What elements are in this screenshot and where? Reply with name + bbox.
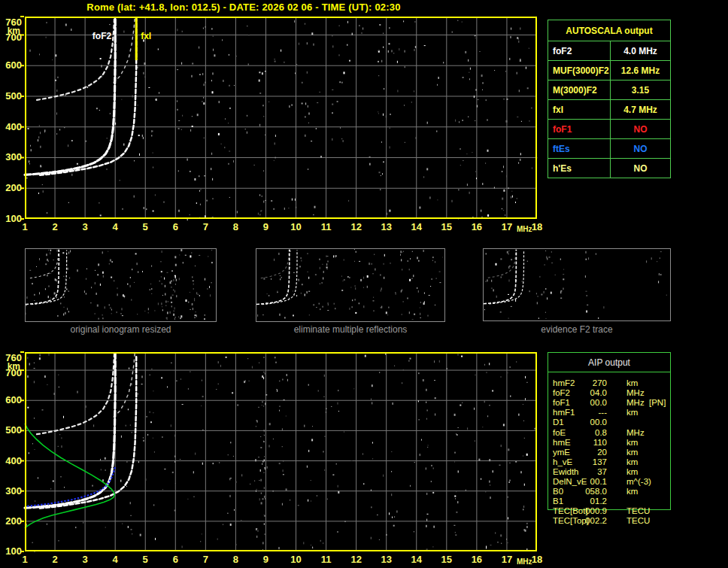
autoscala-row-label: foF1 — [548, 120, 611, 138]
autoscala-row-value: 4.7 MHz — [611, 100, 670, 119]
autoscala-row-value: 12.6 MHz — [611, 61, 670, 80]
y-axis-unit-label: km — [0, 362, 20, 371]
thumbnail-caption: eliminate multiple reflections — [256, 325, 445, 335]
x-axis-label: 11 — [317, 222, 336, 232]
aip-row-value: 270 — [578, 378, 607, 388]
aip-row: TEC[Top]002.2TECU — [548, 516, 672, 526]
thumbnail-canvas — [484, 249, 669, 319]
x-axis-label: 12 — [347, 222, 366, 232]
autoscala-app-window: Rome (lat: +41.8, lon: 012.5) - DATE: 20… — [0, 0, 728, 568]
x-axis-label: 1 — [15, 222, 35, 232]
bottom-profile-plot — [25, 352, 537, 551]
y-axis-label: 300 — [0, 152, 22, 162]
y-axis-label: 600 — [0, 395, 22, 405]
autoscala-row-value: NO — [611, 120, 670, 138]
aip-row-value: 00.1 — [578, 477, 607, 487]
aip-row-unit: km — [626, 448, 638, 457]
aip-output-table: AIP output hmF2270kmfoF204.0MHzfoF100.0M… — [548, 352, 671, 510]
x-axis-label: 7 — [196, 554, 215, 564]
fxI-marker-label: fxI — [141, 31, 151, 41]
x-axis-label: 13 — [377, 554, 396, 564]
x-axis-label: 4 — [105, 222, 125, 232]
aip-row-unit: MHz — [626, 388, 645, 398]
aip-row-value: 37 — [578, 467, 607, 477]
autoscala-row: ftEsNO — [548, 138, 670, 158]
autoscala-row-label: h'Es — [548, 159, 611, 178]
ionogram-canvas — [25, 352, 537, 551]
x-axis-unit-label: MHz — [513, 225, 535, 233]
y-axis-label: 500 — [0, 425, 22, 435]
x-axis-label: 15 — [437, 222, 457, 232]
x-axis-label: 5 — [135, 554, 155, 564]
autoscala-row: fxI4.7 MHz — [548, 99, 670, 119]
aip-row-label: h_vE — [553, 457, 572, 467]
x-axis-label: 9 — [256, 554, 275, 564]
aip-row: hmF1---km — [548, 408, 672, 418]
aip-row-label: ymE — [553, 448, 570, 457]
aip-row-value: 20 — [578, 448, 607, 457]
x-axis-label: 10 — [287, 554, 306, 564]
aip-row: DelN_vE00.1m^(-3) — [548, 477, 672, 487]
aip-row-label: D1 — [553, 418, 564, 427]
autoscala-row: foF24.0 MHz — [548, 41, 670, 60]
aip-row: hmE110km — [548, 438, 672, 448]
autoscala-row-label: M(3000)F2 — [548, 80, 611, 99]
y-axis-label: 400 — [0, 456, 22, 466]
aip-row: D100.0 — [548, 418, 672, 427]
autoscala-output-table: AUTOSCALA output foF24.0 MHzMUF(3000)F21… — [548, 20, 671, 178]
aip-row-label: B0 — [553, 487, 563, 497]
autoscala-row-value: 4.0 MHz — [611, 41, 670, 60]
aip-row-label: hmE — [553, 438, 571, 448]
aip-row: foF100.0MHz[PN] — [548, 398, 672, 408]
y-axis-label: 600 — [0, 60, 22, 70]
x-axis-label: 16 — [467, 222, 487, 232]
aip-row-unit: km — [626, 378, 638, 388]
x-axis-label: 5 — [135, 222, 155, 232]
aip-row-label: foE — [553, 428, 566, 438]
autoscala-row-label: MUF(3000)F2 — [548, 61, 611, 80]
aip-row-value: 000.9 — [578, 506, 607, 516]
y-axis-label: 200 — [0, 516, 22, 526]
aip-row: TEC[Bot]000.9TECU — [548, 506, 672, 516]
aip-row: ymE20km — [548, 448, 672, 457]
x-axis-label: 4 — [105, 554, 125, 564]
aip-row-label: hmF1 — [553, 408, 575, 418]
thumbnail-canvas — [256, 249, 443, 320]
aip-row: hmF2270km — [548, 378, 672, 388]
aip-row-label: hmF2 — [553, 378, 575, 388]
x-axis-label: 1 — [15, 554, 35, 564]
x-axis-label: 13 — [377, 222, 396, 232]
thumbnail-eliminate-reflections — [256, 248, 445, 322]
aip-row-unit: km — [626, 408, 638, 418]
autoscala-row: foF1NO — [548, 119, 670, 138]
aip-row-unit: TECU — [626, 516, 650, 526]
aip-row-unit: MHz — [626, 428, 645, 438]
aip-row-label: B1 — [553, 497, 563, 506]
aip-row: h_vE137km — [548, 457, 672, 467]
aip-table-title: AIP output — [548, 353, 670, 372]
aip-row-value: 137 — [578, 457, 607, 467]
aip-row-unit: km — [626, 457, 638, 467]
aip-row-unit: MHz — [626, 398, 645, 408]
aip-row: B101.2 — [548, 497, 672, 506]
x-axis-label: 6 — [165, 554, 185, 564]
x-axis-label: 9 — [256, 222, 275, 232]
autoscala-row: h'EsNO — [548, 158, 670, 178]
x-axis-label: 16 — [467, 554, 487, 564]
aip-row-value: 110 — [578, 438, 607, 448]
x-axis-label: 15 — [437, 554, 457, 564]
x-axis-label: 11 — [317, 554, 336, 564]
x-axis-label: 8 — [226, 222, 245, 232]
aip-row-unit: km — [626, 438, 638, 448]
ionogram-canvas: foF2fxI — [25, 17, 537, 219]
autoscala-row-value: NO — [611, 159, 670, 178]
y-axis-label: 400 — [0, 122, 22, 132]
thumbnail-original-ionogram — [25, 248, 217, 322]
aip-row-label: foF1 — [553, 398, 570, 408]
x-axis-label: 2 — [45, 222, 65, 232]
autoscala-row: MUF(3000)F212.6 MHz — [548, 60, 670, 80]
thumbnail-canvas — [26, 249, 214, 320]
aip-row-label: Ewidth — [553, 467, 579, 477]
aip-row-value: 0.8 — [578, 428, 607, 438]
aip-row: Ewidth37km — [548, 467, 672, 477]
